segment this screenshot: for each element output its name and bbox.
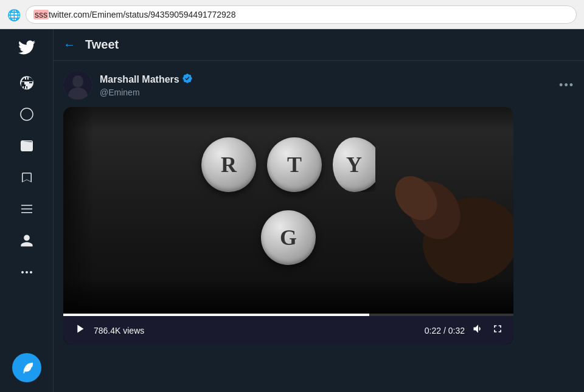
app-container: ← Tweet [0, 29, 584, 392]
tweet-body: Marshall Mathers @Eminem ••• [54, 61, 584, 354]
svg-point-4 [72, 75, 83, 88]
url-highlight: sss [33, 10, 49, 19]
tweet-title: Tweet [85, 38, 119, 52]
svg-point-0 [21, 271, 24, 273]
avatar[interactable] [63, 70, 92, 100]
typewriter-scene: R T Y G [63, 107, 513, 314]
sidebar-item-profile[interactable] [12, 226, 41, 255]
back-button[interactable]: ← [63, 38, 75, 52]
sidebar-item-bookmarks[interactable] [12, 163, 41, 192]
user-name-row: Marshall Mathers [100, 73, 559, 86]
url-bar[interactable]: ssstwitter.com/Eminem/status/94359059449… [26, 5, 577, 24]
compose-button[interactable] [12, 353, 41, 382]
sidebar-item-notifications[interactable] [12, 100, 41, 129]
sidebar-item-home[interactable] [12, 68, 41, 97]
verified-badge [182, 73, 193, 86]
fullscreen-button[interactable] [492, 323, 504, 338]
tweet-user-row: Marshall Mathers @Eminem ••• [63, 70, 574, 100]
sidebar [0, 29, 54, 392]
globe-icon: 🌐 [7, 9, 19, 21]
main-content: ← Tweet [54, 29, 584, 392]
svg-point-1 [26, 271, 28, 273]
time-display: 0:22 / 0:32 [425, 326, 465, 335]
url-text: twitter.com/Eminem/status/94359059449177… [49, 10, 235, 19]
svg-point-2 [30, 271, 32, 273]
user-handle: @Eminem [100, 88, 559, 97]
key-g: G [261, 210, 316, 265]
key-t: T [267, 137, 322, 192]
key-row-top: R T Y [201, 137, 375, 192]
key-r: R [201, 137, 256, 192]
browser-bar: 🌐 ssstwitter.com/Eminem/status/943590594… [0, 0, 584, 29]
video-thumbnail: R T Y G [63, 107, 513, 314]
user-name: Marshall Mathers [100, 74, 179, 85]
video-player[interactable]: R T Y G [63, 107, 513, 345]
user-info: Marshall Mathers @Eminem [100, 73, 559, 97]
play-button[interactable] [73, 322, 86, 339]
more-button[interactable]: ••• [559, 79, 574, 92]
sidebar-item-messages[interactable] [12, 131, 41, 160]
volume-button[interactable] [472, 323, 484, 338]
twitter-logo[interactable] [13, 34, 40, 61]
tweet-header: ← Tweet [54, 29, 584, 61]
view-count: 786.4K views [94, 326, 417, 335]
sidebar-item-more[interactable] [12, 258, 41, 287]
sidebar-item-lists[interactable] [12, 194, 41, 224]
video-controls: 786.4K views 0:22 / 0:32 [63, 316, 513, 345]
